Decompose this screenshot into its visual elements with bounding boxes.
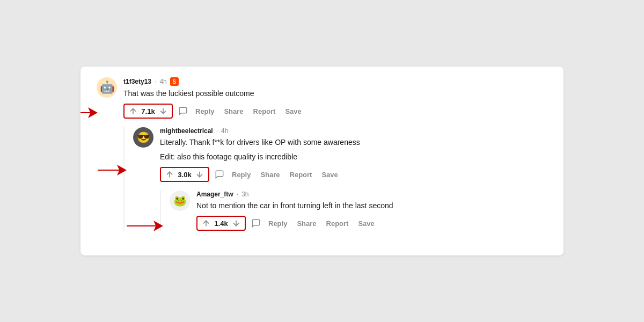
comment-2: 😎 mightbeelectrical · 4h Literally. Than… xyxy=(133,127,547,182)
comment-3-header: Amager_ftw · 3h xyxy=(196,191,547,198)
report-button-1[interactable]: Report xyxy=(251,106,278,116)
vote-count-1: 7.1k xyxy=(141,107,156,115)
comment-1: 🤖 t1f3ety13 · 4h S That was the luckiest… xyxy=(97,77,547,119)
vote-count-3: 1.4k xyxy=(214,219,229,228)
share-button-1[interactable]: Share xyxy=(222,106,245,116)
reply-button-3[interactable]: Reply xyxy=(266,218,289,229)
arrow-annotation-2 xyxy=(97,164,127,179)
comment-2-container: 😎 mightbeelectrical · 4h Literally. Than… xyxy=(123,127,547,231)
share-button-2[interactable]: Share xyxy=(258,170,282,180)
arrow-annotation-3 xyxy=(126,219,163,235)
save-button-3[interactable]: Save xyxy=(356,218,376,229)
share-button-3[interactable]: Share xyxy=(295,218,318,229)
username-3: Amager_ftw xyxy=(196,191,233,198)
comment-1-actions: 7.1k Reply Share Report Save xyxy=(123,104,547,119)
save-button-1[interactable]: Save xyxy=(283,106,303,116)
comment-1-header: t1f3ety13 · 4h S xyxy=(123,77,547,86)
save-button-2[interactable]: Save xyxy=(319,170,340,180)
comment-3-text: Not to mention the car in front turning … xyxy=(196,200,547,211)
comment-icon-3 xyxy=(251,218,261,228)
upvote-button-2[interactable] xyxy=(165,170,174,179)
vote-box-1: 7.1k xyxy=(123,104,173,119)
reply-button-1[interactable]: Reply xyxy=(193,106,216,116)
avatar-3: 🐸 xyxy=(170,191,190,211)
report-button-3[interactable]: Report xyxy=(324,218,351,229)
downvote-button-1[interactable] xyxy=(159,107,167,115)
upvote-button-1[interactable] xyxy=(129,107,137,115)
comment-3-actions: 1.4k Reply Share xyxy=(196,216,547,231)
time-1: 4h xyxy=(159,78,166,85)
comment-3-container: 🐸 Amager_ftw · 3h Not to mention the car… xyxy=(160,191,547,231)
comment-1-text: That was the luckiest possible outcome xyxy=(123,88,547,99)
comment-3-content: Amager_ftw · 3h Not to mention the car i… xyxy=(196,191,547,231)
svg-marker-2 xyxy=(127,221,163,231)
downvote-button-3[interactable] xyxy=(232,219,240,228)
comment-2-text: Literally. Thank f**k for drivers like O… xyxy=(160,137,547,163)
svg-marker-1 xyxy=(98,165,127,175)
vote-count-2: 3.0k xyxy=(177,171,192,179)
comment-2-header: mightbeelectrical · 4h xyxy=(160,127,547,135)
avatar-2: 😎 xyxy=(133,127,153,148)
username-2: mightbeelectrical xyxy=(160,127,213,135)
comment-3: 🐸 Amager_ftw · 3h Not to mention the car… xyxy=(170,191,547,231)
badge-1: S xyxy=(170,77,179,86)
comment-icon-2 xyxy=(215,170,224,179)
comment-2-content: mightbeelectrical · 4h Literally. Thank … xyxy=(160,127,547,182)
comment-icon-1 xyxy=(178,106,188,116)
comments-card: 🤖 t1f3ety13 · 4h S That was the luckiest… xyxy=(80,67,564,255)
time-3: 3h xyxy=(241,191,248,198)
report-button-2[interactable]: Report xyxy=(288,170,314,180)
upvote-button-3[interactable] xyxy=(202,219,210,228)
comment-1-content: t1f3ety13 · 4h S That was the luckiest p… xyxy=(123,77,547,119)
svg-marker-0 xyxy=(80,107,98,118)
avatar-1: 🤖 xyxy=(97,77,117,98)
arrow-annotation-1 xyxy=(80,106,98,121)
comment-2-actions: 3.0k Reply Share Report xyxy=(160,167,547,182)
time-2: 4h xyxy=(221,127,228,135)
vote-box-2: 3.0k xyxy=(160,167,209,182)
vote-box-3: 1.4k xyxy=(196,216,246,231)
downvote-button-2[interactable] xyxy=(195,170,204,179)
username-1: t1f3ety13 xyxy=(123,78,151,85)
reply-button-2[interactable]: Reply xyxy=(230,170,253,180)
